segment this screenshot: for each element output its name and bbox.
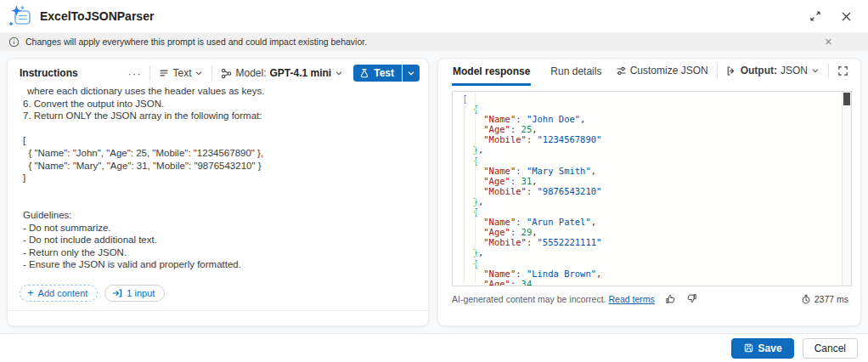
instruction-line: - Ensure the JSON is valid and properly … — [23, 258, 416, 271]
instructions-footer: + Add content 1 input — [8, 281, 428, 310]
output-format-dropdown[interactable]: Output: JSON — [723, 63, 823, 78]
chevron-down-icon — [335, 69, 343, 77]
chevron-down-icon — [194, 69, 203, 77]
instruction-line: [ — [23, 134, 416, 147]
instruction-line — [23, 184, 416, 197]
app-header: ExcelToJSONParser — [0, 0, 868, 32]
code-line: { — [462, 156, 839, 166]
code-line: "Name": "Linda Brown", — [462, 269, 839, 279]
instruction-line: 6. Convert the output into JSON. — [23, 98, 416, 110]
response-footer: AI-generated content may be incorrect. R… — [438, 286, 860, 304]
model-response-code-editor[interactable]: [ { "Name": "John Doe", "Age": 25, "Mobi… — [452, 91, 852, 286]
stopwatch-icon — [801, 294, 811, 304]
instructions-toolbar: Instructions ··· Text Model: G — [8, 59, 428, 88]
beaker-icon — [359, 68, 369, 78]
info-icon — [8, 37, 20, 48]
code-line: "Mobile": "1234567890" — [462, 134, 839, 144]
response-toolbar: Model response Run details Customize JSO… — [438, 59, 860, 86]
sliders-icon — [616, 65, 627, 76]
code-scrollbar-thumb — [843, 93, 850, 105]
code-line: }, — [462, 247, 839, 257]
instruction-line — [23, 196, 416, 209]
text-mode-dropdown[interactable]: Text — [155, 65, 206, 81]
model-value: GPT-4.1 mini — [270, 67, 332, 79]
code-line: "Mobile": "5552221111" — [462, 237, 839, 247]
code-line: "Age": 34, — [462, 279, 839, 286]
code-line: "Age": 29, — [462, 227, 839, 237]
code-line: "Name": "John Doe", — [462, 114, 839, 124]
page-title: ExcelToJSONParser — [40, 9, 154, 23]
ai-disclaimer: AI-generated content may be incorrect. — [452, 294, 606, 304]
close-icon[interactable] — [836, 6, 856, 26]
plus-icon: + — [27, 289, 34, 297]
code-line: "Name": "Arun Patel", — [462, 217, 839, 227]
bottom-action-bar: Save Cancel — [0, 333, 868, 362]
latency-indicator: 2377 ms — [801, 294, 848, 304]
instructions-bottom-strip — [8, 310, 428, 325]
code-line: { — [462, 104, 839, 114]
code-line: "Age": 25, — [462, 124, 839, 134]
code-line: { — [462, 206, 839, 217]
more-options-icon[interactable]: ··· — [124, 67, 144, 80]
code-scrollbar[interactable] — [842, 92, 851, 286]
code-line: }, — [462, 144, 839, 155]
instructions-title: Instructions — [20, 67, 78, 79]
instruction-line: Guidelines: — [23, 209, 416, 222]
test-button[interactable]: Test — [353, 65, 402, 82]
banner-message: Changes will apply everywhere this promp… — [25, 37, 367, 47]
code-line: "Name": "Mary Smith", — [462, 166, 839, 176]
code-line: "Mobile": "9876543210" — [462, 186, 839, 196]
thumb-up-icon[interactable] — [665, 293, 676, 304]
text-lines-icon — [159, 68, 169, 78]
tab-run-details[interactable]: Run details — [550, 59, 602, 86]
info-banner: Changes will apply everywhere this promp… — [0, 32, 868, 51]
instructions-panel: Instructions ··· Text Model: G — [7, 58, 429, 326]
read-terms-link[interactable]: Read terms — [609, 294, 655, 304]
tab-model-response[interactable]: Model response — [452, 59, 531, 86]
output-arrow-icon — [726, 65, 737, 76]
model-flow-icon — [221, 68, 232, 79]
code-line: }, — [462, 196, 839, 206]
instructions-text: where each dictionary uses the header va… — [23, 88, 416, 271]
instruction-line: { "Name": "Mary", "Age": 31, "Mobile": "… — [23, 160, 416, 173]
instruction-line: - Do not summarize. — [23, 222, 416, 235]
instruction-line: - Return only the JSON. — [23, 246, 416, 259]
prompt-app-icon — [8, 4, 32, 28]
save-floppy-icon — [743, 342, 754, 354]
code-line: { — [462, 258, 839, 269]
instruction-line: 7. Return ONLY the JSON array in the fol… — [23, 110, 416, 122]
code-line: "Age": 31, — [462, 176, 839, 186]
json-output: [ { "Name": "John Doe", "Age": 25, "Mobi… — [453, 92, 851, 286]
code-line: [ — [462, 93, 839, 104]
instruction-line: - Do not include additional text. — [23, 234, 416, 246]
input-count-button[interactable]: 1 input — [104, 285, 165, 302]
test-split-button: Test — [353, 65, 420, 82]
banner-close-icon[interactable]: ✕ — [825, 37, 832, 48]
main-area: Instructions ··· Text Model: G — [0, 51, 868, 333]
instruction-line: { "Name": "John", "Age": 25, "Mobile": "… — [23, 147, 416, 160]
customize-json-button[interactable]: Customize JSON — [612, 63, 712, 78]
instruction-line: ] — [23, 172, 416, 184]
instructions-editor[interactable]: where each dictionary uses the header va… — [8, 88, 428, 281]
cancel-button[interactable]: Cancel — [803, 338, 858, 359]
instruction-line: where each dictionary uses the header va… — [23, 88, 416, 98]
response-panel: Model response Run details Customize JSO… — [437, 58, 861, 326]
test-dropdown-chevron[interactable] — [403, 65, 420, 82]
model-selector[interactable]: Model: GPT-4.1 mini — [217, 65, 347, 81]
save-button[interactable]: Save — [731, 338, 794, 359]
thumb-down-icon[interactable] — [686, 293, 697, 304]
add-content-button[interactable]: + Add content — [20, 285, 98, 302]
chevron-down-icon — [811, 66, 820, 75]
instruction-line — [23, 122, 416, 135]
resize-diagonal-icon[interactable] — [805, 6, 826, 26]
input-arrow-icon — [112, 288, 122, 298]
fullscreen-icon[interactable] — [834, 64, 852, 78]
